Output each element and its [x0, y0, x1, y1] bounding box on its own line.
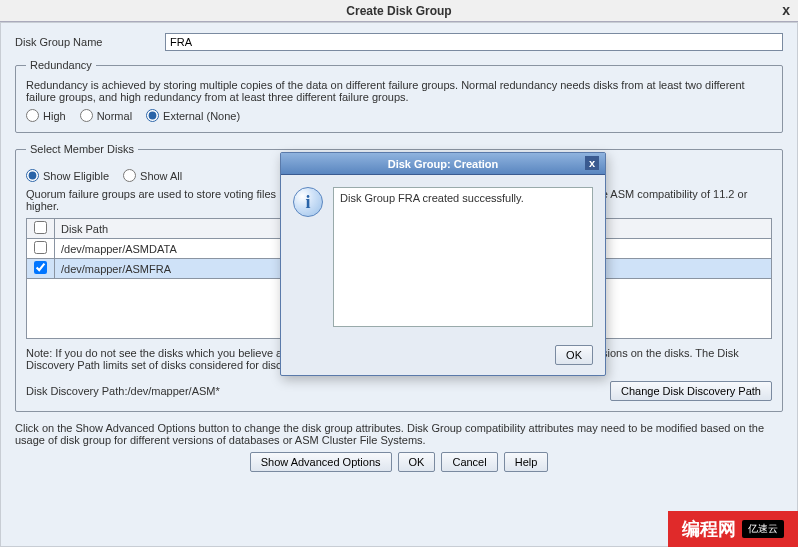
window-close-button[interactable]: x: [782, 2, 790, 18]
modal-body: i Disk Group FRA created successfully.: [281, 175, 605, 339]
redundancy-normal-option[interactable]: Normal: [80, 109, 132, 122]
show-all-radio[interactable]: [123, 169, 136, 182]
redundancy-options: High Normal External (None): [26, 109, 772, 122]
window-titlebar: Create Disk Group x: [0, 0, 798, 22]
discovery-path-label: Disk Discovery Path:/dev/mapper/ASM*: [26, 385, 220, 397]
help-button[interactable]: Help: [504, 452, 549, 472]
redundancy-desc: Redundancy is achieved by storing multip…: [26, 79, 772, 103]
discovery-path-row: Disk Discovery Path:/dev/mapper/ASM* Cha…: [26, 381, 772, 401]
show-all-option[interactable]: Show All: [123, 169, 182, 182]
watermark-text: 编程网: [682, 517, 736, 541]
modal-footer: OK: [281, 339, 605, 375]
show-eligible-label: Show Eligible: [43, 170, 109, 182]
modal-ok-button[interactable]: OK: [555, 345, 593, 365]
show-eligible-option[interactable]: Show Eligible: [26, 169, 109, 182]
show-all-label: Show All: [140, 170, 182, 182]
watermark-side: 亿速云: [742, 520, 784, 538]
redundancy-external-label: External (None): [163, 110, 240, 122]
creation-modal: Disk Group: Creation x i Disk Group FRA …: [280, 152, 606, 376]
show-eligible-radio[interactable]: [26, 169, 39, 182]
disk-table-header-checkbox-cell: [27, 219, 55, 239]
redundancy-external-option[interactable]: External (None): [146, 109, 240, 122]
disk-table-select-all-checkbox[interactable]: [34, 221, 47, 234]
redundancy-legend: Redundancy: [26, 59, 96, 71]
show-advanced-options-button[interactable]: Show Advanced Options: [250, 452, 392, 472]
modal-message: Disk Group FRA created successfully.: [333, 187, 593, 327]
redundancy-high-option[interactable]: High: [26, 109, 66, 122]
redundancy-normal-radio[interactable]: [80, 109, 93, 122]
member-disks-legend: Select Member Disks: [26, 143, 138, 155]
footer-button-row: Show Advanced Options OK Cancel Help: [15, 452, 783, 472]
change-discovery-path-button[interactable]: Change Disk Discovery Path: [610, 381, 772, 401]
disk-group-name-input[interactable]: [165, 33, 783, 51]
redundancy-fieldset: Redundancy Redundancy is achieved by sto…: [15, 59, 783, 133]
disk-row-checkbox[interactable]: [34, 261, 47, 274]
disk-row-checkbox[interactable]: [34, 241, 47, 254]
info-icon: i: [293, 187, 323, 217]
window-title: Create Disk Group: [346, 4, 451, 18]
advanced-desc: Click on the Show Advanced Options butto…: [15, 422, 783, 446]
disk-group-name-label: Disk Group Name: [15, 36, 165, 48]
disk-group-name-row: Disk Group Name: [15, 33, 783, 51]
redundancy-high-radio[interactable]: [26, 109, 39, 122]
ok-button[interactable]: OK: [398, 452, 436, 472]
redundancy-normal-label: Normal: [97, 110, 132, 122]
watermark: 编程网 亿速云: [668, 511, 798, 547]
modal-titlebar: Disk Group: Creation x: [281, 153, 605, 175]
redundancy-external-radio[interactable]: [146, 109, 159, 122]
modal-title: Disk Group: Creation: [388, 158, 499, 170]
cancel-button[interactable]: Cancel: [441, 452, 497, 472]
modal-close-button[interactable]: x: [585, 156, 599, 170]
redundancy-high-label: High: [43, 110, 66, 122]
